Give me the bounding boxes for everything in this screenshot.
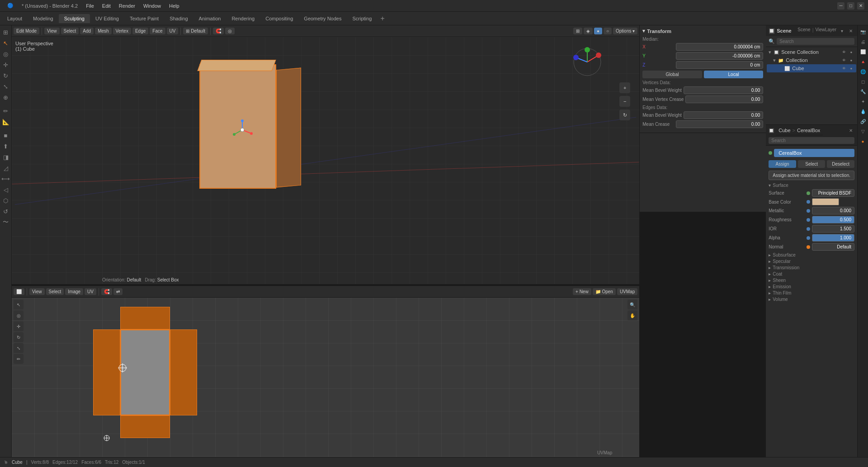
scene-collection-render[interactable]: ● — [848, 49, 854, 55]
uv-select-tool[interactable]: ↖ — [14, 300, 24, 310]
props-physics-icon[interactable]: 💧 — [859, 107, 868, 116]
nav-zoom-in[interactable]: + — [619, 82, 630, 93]
sidebar-knife[interactable]: ◁ — [1, 185, 11, 195]
mat-assign-btn[interactable]: Assign — [769, 160, 796, 168]
sidebar-spin[interactable]: ↺ — [1, 206, 11, 216]
sidebar-move-tool[interactable]: ✛ — [1, 60, 11, 70]
sidebar-bevel[interactable]: ◿ — [1, 163, 11, 173]
tab-scripting[interactable]: Scripting — [347, 14, 377, 23]
uv-zoom-widget[interactable]: 🔍 — [627, 300, 637, 310]
mean-vertex-crease-value[interactable]: 0.00 — [685, 95, 763, 103]
outliner-scene-collection[interactable]: ▾ 🔲 Scene Collection 👁 ● — [767, 48, 856, 56]
viewport-mode-selector[interactable]: Edit Mode — [14, 28, 39, 34]
menu-help[interactable]: Help — [165, 2, 183, 10]
overlay-toggle[interactable]: ⊞ — [573, 28, 582, 34]
tab-layout[interactable]: Layout — [2, 14, 28, 23]
sidebar-loop-cut[interactable]: ⟷ — [1, 174, 11, 184]
base-color-swatch[interactable] — [812, 198, 839, 205]
uv-rotate-tool[interactable]: ↻ — [14, 332, 24, 342]
options-button[interactable]: Options ▾ — [613, 28, 637, 34]
sidebar-smooth[interactable]: 〜 — [1, 217, 11, 227]
props-constraints-icon[interactable]: 🔗 — [859, 117, 868, 126]
alpha-value[interactable]: 1.000 — [812, 234, 854, 242]
props-render-icon[interactable]: 📷 — [859, 27, 868, 36]
uv-select-menu[interactable]: Select — [46, 288, 64, 295]
uv-open-btn[interactable]: 📁 Open — [593, 288, 616, 295]
snap-toggle[interactable]: 🧲 — [213, 28, 224, 34]
collection-eye[interactable]: 👁 — [841, 57, 847, 63]
minimize-button[interactable]: ─ — [837, 2, 844, 10]
props-search-input[interactable] — [769, 137, 854, 144]
x-value[interactable]: 0.000004 cm — [676, 43, 763, 51]
mean-bevel-weight-value[interactable]: 0.00 — [684, 86, 763, 94]
sidebar-poly-build[interactable]: ⬡ — [1, 195, 11, 205]
outliner-close-btn[interactable]: ✕ — [847, 27, 854, 34]
shading-rendered[interactable]: ○ — [604, 28, 612, 34]
tab-animation[interactable]: Animation — [193, 14, 226, 23]
mat-deselect-btn[interactable]: Deselect — [827, 160, 854, 168]
shading-solid[interactable]: ● — [594, 28, 602, 34]
sidebar-select-tool[interactable]: ↖ — [1, 38, 11, 48]
mat-path-cerealbox[interactable]: CerealBox — [797, 128, 820, 133]
thin-film-header[interactable]: ▸ Thin Film — [769, 291, 854, 295]
uv-uv-menu[interactable]: UV — [85, 288, 96, 295]
viewport-face-menu[interactable]: Face — [150, 28, 165, 34]
tab-uv-editing[interactable]: UV Editing — [90, 14, 124, 23]
proportional-editing[interactable]: ◎ — [225, 28, 235, 34]
props-particles-icon[interactable]: ✦ — [859, 97, 868, 106]
z-value[interactable]: 0 cm — [676, 61, 763, 69]
mean-crease-value[interactable]: 0.00 — [676, 120, 763, 128]
outliner-filter-btn[interactable]: ▾ — [838, 27, 845, 34]
normal-value[interactable]: Default — [812, 243, 854, 251]
roughness-value[interactable]: 0.500 — [812, 216, 854, 224]
uv-view-menu[interactable]: View — [29, 288, 45, 295]
sidebar-measure-tool[interactable]: 📐 — [1, 117, 11, 127]
uv-canvas[interactable]: ↖ ◎ ✛ ↻ ⤡ ✏ 🔍 ✋ UVMap — [12, 298, 639, 457]
viewport-vertex-menu[interactable]: Vertex — [113, 28, 131, 34]
tab-shading[interactable]: Shading — [164, 14, 193, 23]
uv-map-selector[interactable]: UVMap — [617, 288, 637, 295]
uv-move-tool[interactable]: ✛ — [14, 321, 24, 331]
uv-annotate-tool[interactable]: ✏ — [14, 354, 24, 364]
menu-render[interactable]: Render — [115, 2, 139, 10]
uv-new-btn[interactable]: + New — [573, 288, 591, 295]
uv-scale-tool[interactable]: ⤡ — [14, 343, 24, 353]
tab-geometry-nodes[interactable]: Geometry Nodes — [298, 14, 347, 23]
menu-file[interactable]: File — [82, 2, 98, 10]
viewport-uv-menu[interactable]: UV — [167, 28, 179, 34]
ior-value[interactable]: 1.500 — [812, 225, 854, 233]
sidebar-inset[interactable]: ◨ — [1, 152, 11, 162]
menu-window[interactable]: Window — [140, 2, 165, 10]
props-scene-icon[interactable]: 🔺 — [859, 57, 868, 66]
orientation-selector[interactable]: ⊞ Default — [183, 28, 208, 34]
sidebar-add-cube[interactable]: ■ — [1, 130, 11, 140]
tab-texture-paint[interactable]: Texture Paint — [124, 14, 164, 23]
emission-header[interactable]: ▸ Emission — [769, 284, 854, 289]
tab-rendering[interactable]: Rendering — [226, 14, 260, 23]
surface-section-header[interactable]: ▾ Surface — [769, 183, 854, 188]
uv-editor-icon[interactable]: ⬜ — [14, 288, 24, 295]
props-object-icon[interactable]: ◻ — [859, 77, 868, 86]
tab-sculpting[interactable]: Sculpting — [59, 14, 90, 23]
nav-zoom-out[interactable]: − — [619, 96, 630, 107]
menu-blender[interactable]: 🔵 — [4, 2, 17, 10]
props-modifiers-icon[interactable]: 🔧 — [859, 87, 868, 96]
viewport-select-menu[interactable]: Select — [61, 28, 79, 34]
props-data-icon[interactable]: ▽ — [859, 127, 868, 136]
viewport-view-menu[interactable]: View — [44, 28, 60, 34]
nav-orbit[interactable]: ↻ — [619, 110, 630, 120]
add-workspace-button[interactable]: + — [377, 13, 388, 24]
y-value[interactable]: -0.000006 cm — [676, 52, 763, 60]
xray-toggle[interactable]: ◈ — [584, 28, 593, 34]
outliner-search-input[interactable] — [777, 38, 854, 45]
surface-value[interactable]: Principled BSDF — [812, 189, 854, 197]
metallic-value[interactable]: 0.000 — [812, 207, 854, 214]
uv-pan-widget[interactable]: ✋ — [627, 310, 637, 320]
scene-collection-eye[interactable]: 👁 — [841, 49, 847, 55]
coat-header[interactable]: ▸ Coat — [769, 272, 854, 276]
sidebar-extrude[interactable]: ⬆ — [1, 141, 11, 151]
uv-cursor-tool[interactable]: ◎ — [14, 310, 24, 320]
viewport-canvas[interactable]: + − ↻ User Perspective (1) Cube Orientat… — [12, 37, 639, 284]
sidebar-transform-tool[interactable]: ⊕ — [1, 92, 11, 102]
outliner-cube[interactable]: ▾ ⬜ Cube 👁 ● — [767, 64, 856, 72]
